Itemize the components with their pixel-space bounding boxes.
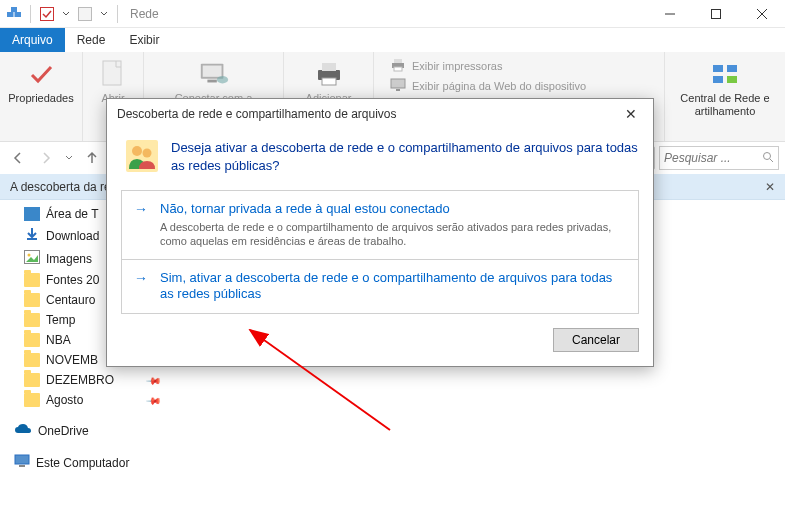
ribbon-show-printers: Exibir impressoras [390, 58, 586, 74]
back-button[interactable] [6, 146, 30, 170]
maximize-button[interactable] [693, 0, 739, 28]
option-title: Não, tornar privada a rede à qual estou … [160, 201, 626, 218]
users-icon [125, 139, 159, 173]
svg-rect-19 [394, 59, 402, 63]
monitor-small-icon [390, 78, 406, 94]
svg-rect-4 [41, 7, 54, 20]
search-icon [762, 151, 774, 166]
svg-point-39 [143, 149, 152, 158]
printer-small-icon [390, 58, 406, 74]
message-text: A descoberta da re [10, 180, 111, 194]
arrow-right-icon: → [134, 270, 150, 304]
ribbon-device-web: Exibir página da Web do dispositivo [390, 78, 586, 94]
desktop-icon [24, 207, 40, 221]
menu-tabs: Arquivo Rede Exibir [0, 28, 785, 52]
dialog-title: Descoberta de rede e compartilhamento de… [117, 107, 397, 121]
svg-rect-22 [396, 89, 400, 91]
up-button[interactable] [80, 146, 104, 170]
pin-icon: 📌 [146, 392, 162, 408]
folder-icon [24, 293, 40, 307]
svg-rect-7 [712, 9, 721, 18]
svg-point-34 [28, 254, 31, 257]
folder-icon [24, 313, 40, 327]
tab-file[interactable]: Arquivo [0, 28, 65, 52]
svg-rect-17 [322, 78, 336, 85]
computer-icon [198, 58, 230, 90]
dialog: Descoberta de rede e compartilhamento de… [106, 98, 654, 367]
ribbon-network-center-button[interactable]: Central de Rede eartilhamento [675, 56, 775, 120]
svg-rect-16 [322, 63, 336, 71]
dialog-title-bar: Descoberta de rede e compartilhamento de… [107, 99, 653, 129]
folder-icon [24, 373, 40, 387]
svg-rect-1 [15, 12, 21, 17]
downloads-icon [24, 227, 40, 244]
network-center-icon [709, 58, 741, 90]
cancel-button[interactable]: Cancelar [553, 328, 639, 352]
svg-rect-35 [15, 455, 29, 464]
folder-icon [24, 273, 40, 287]
app-icon [6, 6, 22, 22]
dialog-option-no[interactable]: → Não, tornar privada a rede à qual esto… [121, 190, 639, 259]
svg-point-30 [764, 152, 771, 159]
folder-icon [24, 333, 40, 347]
check-icon [25, 58, 57, 90]
title-bar: Rede [0, 0, 785, 28]
svg-line-31 [770, 159, 773, 162]
printer-icon [313, 58, 345, 90]
option-desc: A descoberta de rede e o compartilhament… [160, 220, 626, 249]
sidebar-item-computer[interactable]: Este Computador [2, 451, 168, 474]
svg-rect-0 [7, 12, 13, 17]
dropdown-icon[interactable] [61, 6, 71, 22]
checkbox-icon[interactable] [39, 6, 55, 22]
computer-icon [14, 454, 30, 471]
sidebar-item-folder[interactable]: DEZEMBRO 📌 [2, 370, 168, 390]
dropdown-icon[interactable] [99, 6, 109, 22]
svg-rect-26 [727, 76, 737, 83]
svg-point-14 [216, 76, 227, 84]
svg-rect-24 [727, 65, 737, 72]
sidebar-item-onedrive[interactable]: OneDrive [2, 420, 168, 441]
svg-rect-5 [79, 7, 92, 20]
close-button[interactable] [739, 0, 785, 28]
dialog-close-button[interactable]: ✕ [619, 102, 643, 126]
svg-rect-20 [394, 67, 402, 71]
svg-rect-2 [11, 7, 17, 12]
svg-point-38 [132, 146, 142, 156]
arrow-right-icon: → [134, 201, 150, 248]
tab-network[interactable]: Rede [65, 28, 118, 52]
forward-button [34, 146, 58, 170]
dialog-option-yes[interactable]: → Sim, ativar a descoberta de rede e o c… [121, 259, 639, 315]
option-title: Sim, ativar a descoberta de rede e o com… [160, 270, 626, 304]
svg-rect-36 [19, 465, 25, 467]
dialog-heading: Deseja ativar a descoberta de rede e o c… [171, 139, 639, 174]
pin-icon: 📌 [146, 372, 162, 388]
svg-rect-13 [207, 80, 216, 83]
images-icon [24, 250, 40, 267]
folder-icon [24, 353, 40, 367]
sidebar-item-folder[interactable]: Agosto 📌 [2, 390, 168, 410]
svg-rect-21 [391, 79, 405, 88]
history-dropdown[interactable] [62, 146, 76, 170]
svg-rect-10 [103, 61, 121, 85]
folder-icon [24, 393, 40, 407]
search-input[interactable]: Pesquisar ... [659, 146, 779, 170]
document-icon [97, 58, 129, 90]
tab-view[interactable]: Exibir [117, 28, 171, 52]
blank-icon[interactable] [77, 6, 93, 22]
message-close-button[interactable]: ✕ [765, 180, 775, 194]
minimize-button[interactable] [647, 0, 693, 28]
window-title: Rede [130, 7, 159, 21]
svg-rect-25 [713, 76, 723, 83]
ribbon-properties-button[interactable]: Propriedades [10, 56, 72, 107]
svg-rect-23 [713, 65, 723, 72]
svg-rect-12 [202, 66, 221, 77]
onedrive-icon [14, 423, 32, 438]
